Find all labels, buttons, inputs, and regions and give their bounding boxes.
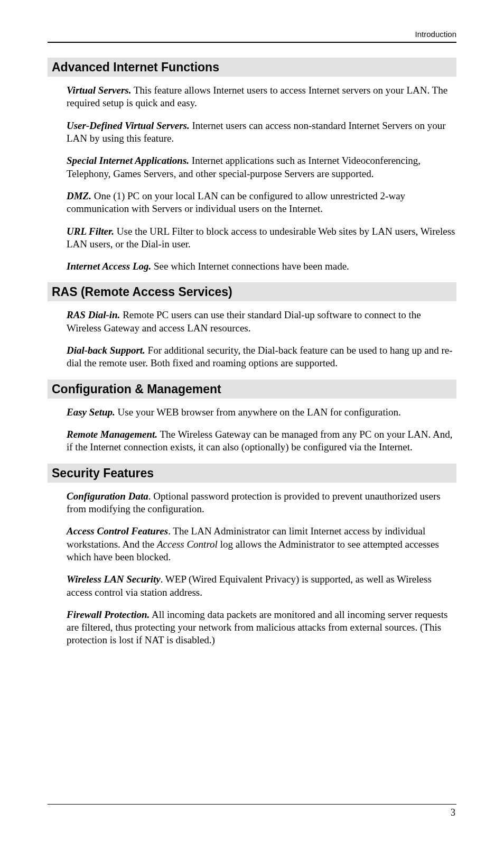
feature-title: Easy Setup. <box>67 406 115 418</box>
header-rule <box>48 42 456 43</box>
feature-body: Use the URL Filter to block access to un… <box>67 226 455 250</box>
feature-body: One (1) PC on your local LAN can be conf… <box>67 190 405 214</box>
feature-easy-setup: Easy Setup. Use your WEB browser from an… <box>67 406 456 419</box>
feature-body: Use your WEB browser from anywhere on th… <box>115 406 401 418</box>
section-heading-security-features: Security Features <box>48 464 456 483</box>
section-heading-ras: RAS (Remote Access Services) <box>48 282 456 301</box>
feature-title: Wireless LAN Security <box>67 574 161 585</box>
feature-body: Remote PC users can use their standard D… <box>67 309 421 333</box>
header-label: Introduction <box>48 30 456 39</box>
feature-title: DMZ. <box>67 190 91 201</box>
feature-ras-dial-in: RAS Dial-in. Remote PC users can use the… <box>67 309 456 335</box>
feature-title: Remote Management. <box>67 429 157 440</box>
feature-remote-management: Remote Management. The Wireless Gateway … <box>67 428 456 454</box>
page: Introduction Advanced Internet Functions… <box>0 0 504 850</box>
feature-title: Configuration Data <box>67 491 148 502</box>
feature-body-em: Access Control <box>157 539 218 550</box>
feature-special-internet-applications: Special Internet Applications. Internet … <box>67 154 456 180</box>
feature-access-control-features: Access Control Features. The LAN Adminis… <box>67 525 456 563</box>
feature-title: Special Internet Applications. <box>67 155 189 166</box>
feature-dmz: DMZ. One (1) PC on your local LAN can be… <box>67 190 456 216</box>
feature-title: RAS Dial-in. <box>67 309 120 320</box>
feature-title: Dial-back Support. <box>67 345 145 356</box>
feature-title: Access Control Features <box>67 525 168 537</box>
feature-wireless-lan-security: Wireless LAN Security. WEP (Wired Equiva… <box>67 573 456 599</box>
feature-body: See which Internet connections have been… <box>151 261 349 272</box>
feature-user-defined-virtual-servers: User-Defined Virtual Servers. Internet u… <box>67 119 456 145</box>
feature-url-filter: URL Filter. Use the URL Filter to block … <box>67 225 456 251</box>
feature-title: User-Defined Virtual Servers. <box>67 120 190 131</box>
section-heading-config-management: Configuration & Management <box>48 380 456 399</box>
footer-rule <box>48 804 456 805</box>
feature-internet-access-log: Internet Access Log. See which Internet … <box>67 260 456 273</box>
feature-dial-back-support: Dial-back Support. For additional securi… <box>67 344 456 370</box>
feature-configuration-data: Configuration Data. Optional password pr… <box>67 490 456 516</box>
page-number: 3 <box>451 807 455 818</box>
feature-title: Virtual Servers. <box>67 85 131 96</box>
feature-firewall-protection: Firewall Protection. All incoming data p… <box>67 608 456 647</box>
feature-title: Internet Access Log. <box>67 261 151 272</box>
section-heading-advanced-internet: Advanced Internet Functions <box>48 58 456 77</box>
feature-title: Firewall Protection. <box>67 609 150 620</box>
feature-title: URL Filter. <box>67 226 114 237</box>
feature-virtual-servers: Virtual Servers. This feature allows Int… <box>67 84 456 110</box>
